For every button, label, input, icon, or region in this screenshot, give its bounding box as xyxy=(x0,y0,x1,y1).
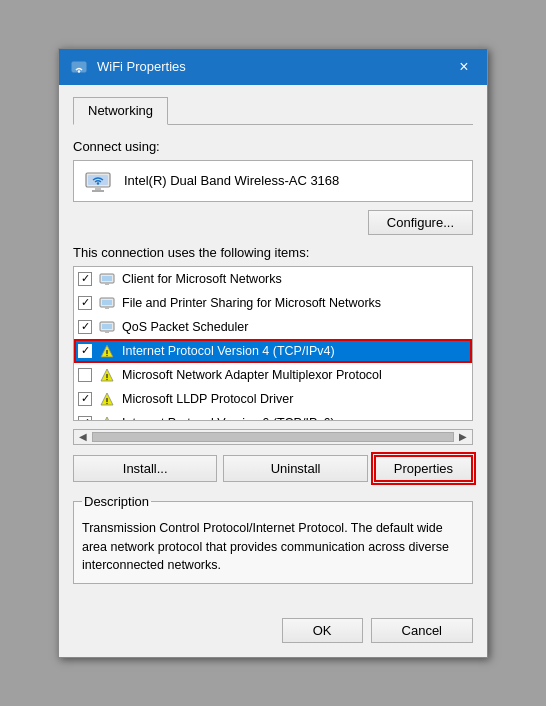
adapter-icon xyxy=(82,167,114,195)
cancel-button[interactable]: Cancel xyxy=(371,618,473,643)
list-item[interactable]: QoS Packet Scheduler xyxy=(74,315,472,339)
network-icon-4 xyxy=(98,342,116,360)
properties-button[interactable]: Properties xyxy=(374,455,473,482)
svg-rect-5 xyxy=(92,190,104,192)
uninstall-button[interactable]: Uninstall xyxy=(223,455,367,482)
configure-row: Configure... xyxy=(73,210,473,235)
adapter-row: Intel(R) Dual Band Wireless-AC 3168 xyxy=(73,160,473,202)
wifi-properties-dialog: WiFi Properties × Networking Connect usi… xyxy=(58,48,488,658)
item4-label: Internet Protocol Version 4 (TCP/IPv4) xyxy=(122,344,335,358)
svg-marker-25 xyxy=(101,417,113,421)
checkbox-item5[interactable] xyxy=(78,368,92,382)
svg-rect-11 xyxy=(102,300,112,305)
checkbox-item7[interactable] xyxy=(78,416,92,421)
svg-point-1 xyxy=(78,70,80,72)
svg-point-6 xyxy=(97,182,99,184)
close-button[interactable]: × xyxy=(451,54,477,80)
item6-label: Microsoft LLDP Protocol Driver xyxy=(122,392,293,406)
connect-using-label: Connect using: xyxy=(73,139,473,154)
network-icon-6 xyxy=(98,390,116,408)
network-icon-2 xyxy=(98,294,116,312)
network-icon-7 xyxy=(98,414,116,421)
list-item[interactable]: File and Printer Sharing for Microsoft N… xyxy=(74,291,472,315)
title-bar: WiFi Properties × xyxy=(59,49,487,85)
install-button[interactable]: Install... xyxy=(73,455,217,482)
svg-rect-4 xyxy=(95,187,101,190)
list-item-selected[interactable]: Internet Protocol Version 4 (TCP/IPv4) xyxy=(74,339,472,363)
svg-rect-15 xyxy=(105,331,109,333)
scroll-thumb[interactable] xyxy=(92,432,454,442)
network-icon-3 xyxy=(98,318,116,336)
svg-rect-8 xyxy=(102,276,112,281)
wifi-icon xyxy=(69,57,89,77)
items-label: This connection uses the following items… xyxy=(73,245,473,260)
network-icon-5 xyxy=(98,366,116,384)
description-text: Transmission Control Protocol/Internet P… xyxy=(82,519,464,575)
network-icon-1 xyxy=(98,270,116,288)
item3-label: QoS Packet Scheduler xyxy=(122,320,248,334)
configure-button[interactable]: Configure... xyxy=(368,210,473,235)
adapter-name: Intel(R) Dual Band Wireless-AC 3168 xyxy=(124,173,339,188)
checkbox-item1[interactable] xyxy=(78,272,92,286)
svg-point-21 xyxy=(106,379,108,381)
scroll-left-arrow[interactable]: ◀ xyxy=(76,430,90,444)
item5-label: Microsoft Network Adapter Multiplexor Pr… xyxy=(122,368,382,382)
window-title: WiFi Properties xyxy=(97,59,451,74)
svg-point-18 xyxy=(106,355,108,357)
scroll-right-arrow[interactable]: ▶ xyxy=(456,430,470,444)
svg-rect-14 xyxy=(102,324,112,329)
action-buttons: Install... Uninstall Properties xyxy=(73,455,473,482)
checkbox-item6[interactable] xyxy=(78,392,92,406)
svg-rect-12 xyxy=(105,307,109,309)
item7-label: Internet Protocol Version 6 (TCP/IPv6) xyxy=(122,416,335,421)
list-item[interactable]: Client for Microsoft Networks xyxy=(74,267,472,291)
description-legend: Description xyxy=(82,494,151,509)
item1-label: Client for Microsoft Networks xyxy=(122,272,282,286)
items-list[interactable]: Client for Microsoft Networks File and P… xyxy=(73,266,473,421)
checkbox-item4[interactable] xyxy=(78,344,92,358)
ok-button[interactable]: OK xyxy=(282,618,363,643)
checkbox-item2[interactable] xyxy=(78,296,92,310)
list-item[interactable]: Microsoft LLDP Protocol Driver xyxy=(74,387,472,411)
tab-bar: Networking xyxy=(73,97,473,125)
dialog-body: Networking Connect using: Intel(R) Dual … xyxy=(59,85,487,612)
list-item[interactable]: Microsoft Network Adapter Multiplexor Pr… xyxy=(74,363,472,387)
item2-label: File and Printer Sharing for Microsoft N… xyxy=(122,296,381,310)
svg-point-24 xyxy=(106,403,108,405)
description-group: Description Transmission Control Protoco… xyxy=(73,494,473,584)
svg-rect-9 xyxy=(105,283,109,285)
horizontal-scrollbar[interactable]: ◀ ▶ xyxy=(73,429,473,445)
checkbox-item3[interactable] xyxy=(78,320,92,334)
tab-networking[interactable]: Networking xyxy=(73,97,168,125)
dialog-footer: OK Cancel xyxy=(59,612,487,657)
list-item[interactable]: Internet Protocol Version 6 (TCP/IPv6) xyxy=(74,411,472,421)
